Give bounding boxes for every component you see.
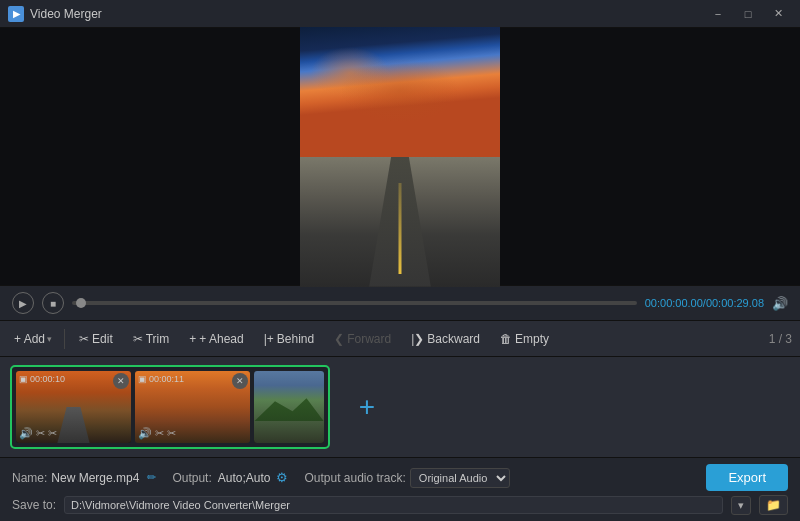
bottom-bar: Name: New Merge.mp4 ✏ Output: Auto;Auto … bbox=[0, 457, 800, 521]
browse-dropdown-arrow: ▾ bbox=[738, 499, 744, 512]
trim-button[interactable]: ✂ Trim bbox=[125, 329, 178, 349]
play-button[interactable]: ▶ bbox=[12, 292, 34, 314]
edit-label: Edit bbox=[92, 332, 113, 346]
add-label: + Add bbox=[14, 332, 45, 346]
clip2-scissors-icon[interactable]: ✂ bbox=[167, 427, 176, 440]
browse-folder-button[interactable]: 📁 bbox=[759, 495, 788, 515]
browse-dropdown-button[interactable]: ▾ bbox=[731, 496, 751, 515]
add-dropdown-arrow: ▾ bbox=[47, 334, 52, 344]
clip2-actions: 🔊 ✂ ✂ bbox=[138, 427, 176, 440]
backward-label: Backward bbox=[427, 332, 480, 346]
trash-icon: 🗑 bbox=[500, 332, 512, 346]
behind-button[interactable]: |+ Behind bbox=[256, 329, 323, 349]
clip2-time-value: 00:00:11 bbox=[149, 374, 184, 384]
clip3-thumb bbox=[254, 371, 324, 443]
audio-track-field: Output audio track: Original Audio bbox=[304, 468, 509, 488]
clip-1[interactable]: ✕ ▣ 00:00:10 🔊 ✂ ✂ bbox=[16, 371, 131, 443]
road-center-line bbox=[399, 183, 402, 274]
close-button[interactable]: ✕ bbox=[764, 3, 792, 25]
clip1-time: ▣ 00:00:10 bbox=[19, 374, 65, 384]
maximize-button[interactable]: □ bbox=[734, 3, 762, 25]
stop-button[interactable]: ■ bbox=[42, 292, 64, 314]
clip2-time: ▣ 00:00:11 bbox=[138, 374, 184, 384]
save-path: D:\Vidmore\Vidmore Video Converter\Merge… bbox=[64, 496, 723, 514]
clip2-cut-icon[interactable]: ✂ bbox=[155, 427, 164, 440]
controls-bar: ▶ ■ 00:00:00.00/00:00:29.08 🔊 bbox=[0, 285, 800, 321]
output-label: Output: bbox=[172, 471, 211, 485]
video-frame bbox=[300, 27, 500, 287]
backward-button[interactable]: |❯ Backward bbox=[403, 329, 488, 349]
separator1 bbox=[64, 329, 65, 349]
audio-track-dropdown[interactable]: Original Audio bbox=[410, 468, 510, 488]
progress-track[interactable] bbox=[72, 301, 637, 305]
ahead-label: + Ahead bbox=[199, 332, 243, 346]
ahead-button[interactable]: + + Ahead bbox=[181, 329, 251, 349]
name-field: Name: New Merge.mp4 ✏ bbox=[12, 471, 156, 485]
clip1-actions: 🔊 ✂ ✂ bbox=[19, 427, 57, 440]
behind-icon: |+ bbox=[264, 332, 274, 346]
backward-icon: |❯ bbox=[411, 332, 424, 346]
add-clip-button[interactable]: + bbox=[342, 371, 392, 443]
forward-icon: ❮ bbox=[334, 332, 344, 346]
clip2-close-button[interactable]: ✕ bbox=[232, 373, 248, 389]
clip-2[interactable]: ✕ ▣ 00:00:11 🔊 ✂ ✂ bbox=[135, 371, 250, 443]
clip-container: ✕ ▣ 00:00:10 🔊 ✂ ✂ ✕ ▣ 00:00:11 bbox=[10, 365, 330, 449]
ahead-icon: + bbox=[189, 332, 196, 346]
time-display: 00:00:00.00/00:00:29.08 bbox=[645, 297, 764, 309]
folder-icon: 📁 bbox=[766, 498, 781, 512]
empty-button[interactable]: 🗑 Empty bbox=[492, 329, 557, 349]
behind-label: Behind bbox=[277, 332, 314, 346]
gear-icon[interactable]: ⚙ bbox=[276, 470, 288, 485]
forward-label: Forward bbox=[347, 332, 391, 346]
road-scene bbox=[300, 27, 500, 287]
clip1-time-value: 00:00:10 bbox=[30, 374, 65, 384]
clip1-cut-icon[interactable]: ✂ bbox=[36, 427, 45, 440]
save-label: Save to: bbox=[12, 498, 56, 512]
edit-icon: ✂ bbox=[79, 332, 89, 346]
clip1-road bbox=[51, 407, 97, 443]
trim-label: Trim bbox=[146, 332, 170, 346]
title-bar: ▶ Video Merger − □ ✕ bbox=[0, 0, 800, 28]
clip2-audio-icon[interactable]: 🔊 bbox=[138, 427, 152, 440]
bottom-row2: Save to: D:\Vidmore\Vidmore Video Conver… bbox=[12, 495, 788, 515]
app-icon: ▶ bbox=[8, 6, 24, 22]
empty-label: Empty bbox=[515, 332, 549, 346]
window-controls: − □ ✕ bbox=[704, 3, 792, 25]
page-count: 1 / 3 bbox=[769, 332, 792, 346]
name-value: New Merge.mp4 bbox=[51, 471, 139, 485]
main-content: ▶ ■ 00:00:00.00/00:00:29.08 🔊 + Add ▾ ✂ … bbox=[0, 28, 800, 521]
clip-3[interactable] bbox=[254, 371, 324, 443]
trim-icon: ✂ bbox=[133, 332, 143, 346]
forward-button[interactable]: ❮ Forward bbox=[326, 329, 399, 349]
volume-icon[interactable]: 🔊 bbox=[772, 296, 788, 311]
bottom-row1: Name: New Merge.mp4 ✏ Output: Auto;Auto … bbox=[12, 464, 788, 491]
clip1-scissors-icon[interactable]: ✂ bbox=[48, 427, 57, 440]
clip1-close-button[interactable]: ✕ bbox=[113, 373, 129, 389]
export-button[interactable]: Export bbox=[706, 464, 788, 491]
clip-time-icon: ▣ bbox=[19, 374, 28, 384]
toolbar: + Add ▾ ✂ Edit ✂ Trim + + Ahead |+ Behin… bbox=[0, 321, 800, 357]
app-title: Video Merger bbox=[30, 7, 704, 21]
video-preview bbox=[0, 28, 800, 285]
edit-button[interactable]: ✂ Edit bbox=[71, 329, 121, 349]
clip1-audio-icon[interactable]: 🔊 bbox=[19, 427, 33, 440]
cloud2 bbox=[340, 58, 460, 123]
output-field: Output: Auto;Auto ⚙ bbox=[172, 470, 288, 485]
clip2-time-icon: ▣ bbox=[138, 374, 147, 384]
name-label: Name: bbox=[12, 471, 47, 485]
progress-dot bbox=[76, 298, 86, 308]
output-value: Auto;Auto bbox=[218, 471, 271, 485]
edit-name-icon[interactable]: ✏ bbox=[147, 471, 156, 484]
minimize-button[interactable]: − bbox=[704, 3, 732, 25]
mountain-silhouette bbox=[254, 393, 324, 422]
add-button[interactable]: + Add ▾ bbox=[8, 329, 58, 349]
audio-track-label: Output audio track: bbox=[304, 471, 405, 485]
timeline-area: ✕ ▣ 00:00:10 🔊 ✂ ✂ ✕ ▣ 00:00:11 bbox=[0, 357, 800, 457]
